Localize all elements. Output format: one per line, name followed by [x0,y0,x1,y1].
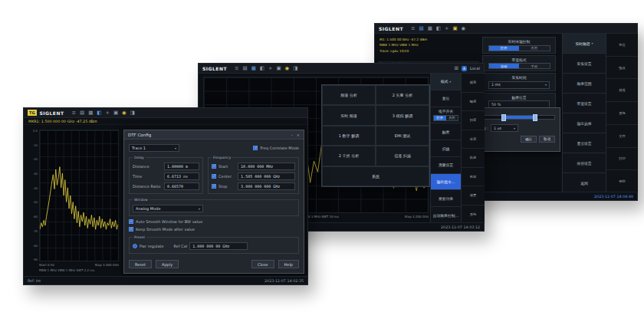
menu-item-bw[interactable]: 带宽设置 [563,94,606,113]
softkey-frequency[interactable]: 频率 [462,74,485,93]
softkey-measure[interactable]: 测量 [462,186,485,205]
add-icon[interactable]: + [445,26,449,31]
softkey-help[interactable]: 帮助 [606,170,638,193]
menu-item-back[interactable]: 返回 [563,173,606,193]
menu-item-display[interactable]: 显示设置 [563,133,606,153]
grid-layout-icon[interactable]: ⊞ [455,66,458,71]
display-icon[interactable]: ▤ [419,26,423,31]
contrast-icon[interactable]: ◧ [97,110,101,116]
menu-item-reset[interactable]: 复位 [431,90,461,107]
minimize-icon[interactable]: – [291,133,293,137]
menu-item-sweep[interactable]: 扫描 [431,140,461,157]
mode-cell-interference[interactable]: 2 干扰 分析 [322,146,376,166]
time-field[interactable]: 6.6713 ns [164,172,199,180]
softkey-trace[interactable]: 轨迹 [462,149,485,168]
apps-icon[interactable]: ▣ [276,66,281,71]
cancel-button[interactable]: 取消 [539,136,555,143]
slider-handle-left[interactable] [501,114,506,121]
menu-item-trigger[interactable]: 触发 [431,123,461,140]
softkey-system[interactable]: 系统 [606,102,638,125]
table-icon[interactable]: ▦ [251,66,256,71]
menu-item-freq-range[interactable]: 频率范围 [563,74,606,94]
hamburger-icon[interactable]: ≡ [411,26,415,31]
softkey-detect[interactable]: 检波 [462,168,485,187]
softkey-bandwidth[interactable]: 带宽 [462,130,485,150]
contrast-icon[interactable]: ◧ [436,26,441,31]
display-icon[interactable]: ▤ [242,66,247,71]
display-icon[interactable]: ▤ [80,110,84,116]
menu-item-save[interactable]: 保存设置 [563,153,606,173]
mode-cell-vector[interactable]: 2 矢量 分析 [376,85,429,105]
mode-cell-emi[interactable]: EMI 测试 [376,126,429,146]
hamburger-icon[interactable]: ≡ [72,110,76,116]
record-icon[interactable]: ◉ [285,66,290,71]
acq-time-row[interactable]: 采集时间 1 ms ▾ [482,73,556,91]
softkey-span[interactable]: 扫宽 [462,111,485,130]
apps-icon[interactable]: ▣ [452,26,457,31]
pwr-regulate-radio[interactable] [133,244,137,248]
softkey-system[interactable]: 系统 [462,205,485,225]
stop-freq-field[interactable]: 3.000 000 000 GHz [238,182,295,190]
menu-item-output-cmd[interactable]: 输出指令… [431,174,461,191]
record-icon[interactable]: ◉ [122,110,127,116]
softkey-file[interactable]: 文件 [606,125,638,148]
panel-icon[interactable]: ◨ [130,110,135,116]
reset-button[interactable]: Reset [129,260,152,268]
freq-correlate-checkbox[interactable]: ✓ [253,146,258,150]
menu-item-acq[interactable]: 采集设置 [563,54,606,74]
mode-cell-spectrum[interactable]: 频谱 分析 [322,85,376,105]
center-freq-field[interactable]: 1.505 000 000 GHz [238,172,295,180]
window-mode-select[interactable]: Analog Mode ▾ [133,205,203,212]
apps-icon[interactable]: ▣ [113,110,118,116]
mode-cell-analog-demod[interactable]: 3 模拟 解调 [376,105,429,125]
center-freq-checkbox[interactable]: ✓ [212,174,216,179]
close-button[interactable]: Close [251,260,274,268]
table-icon[interactable]: ▦ [428,26,432,31]
ref-cal-field[interactable]: 1.000 000 00 GHz [189,242,248,250]
softkey-print[interactable]: 打印 [606,148,638,171]
softkey-reset[interactable]: 复位 [606,34,638,57]
distance-field[interactable]: 1.00000 m [164,163,199,170]
mode-cell-channel-scan[interactable]: 信道 扫描 [376,146,429,166]
help-button[interactable]: Help [278,260,299,268]
softkey-preset[interactable]: 预设 [606,57,638,80]
record-icon[interactable]: ◉ [462,26,466,31]
softkey-amplitude[interactable]: 幅度 [462,93,485,112]
bw-mode-row[interactable]: 带宽模式 自动 手动 [482,55,556,72]
softkey-cal[interactable]: 校准 [606,79,638,102]
ratio-field[interactable]: 0.66570 [164,182,199,190]
menu-item-meas-setup[interactable]: 测量设置 [431,157,461,174]
start-freq-checkbox[interactable]: ✓ [212,164,216,169]
stop-freq-checkbox[interactable]: ✓ [212,184,216,189]
bw-mode-toggle[interactable]: 自动 手动 [488,63,550,69]
mode-cell-rtsa[interactable]: 实时 频谱 [322,105,376,125]
user-icon[interactable]: A [462,66,467,71]
panel-icon[interactable]: ◨ [293,66,297,71]
confirm-button[interactable]: 确认 [521,136,537,143]
rt-transfer-toggle[interactable]: 打开 关闭 [488,45,550,51]
close-icon[interactable]: × [297,133,300,137]
add-icon[interactable]: + [268,66,272,71]
add-icon[interactable]: + [105,110,109,116]
apply-button[interactable]: Apply [156,260,179,268]
contrast-icon[interactable]: ◧ [260,66,264,71]
rt-transfer-row[interactable]: 实时传输控制 打开 关闭 [482,37,556,54]
table-icon[interactable]: ▦ [88,110,93,116]
menu-item-level-switch[interactable]: 电平开关 打开 关闭 [431,107,461,124]
trace-select[interactable]: Trace 1 ▾ [129,144,179,152]
mode-cell-system[interactable]: 系统 [322,166,429,186]
menu-header-rtsa[interactable]: 实时频谱 ▾ [563,34,606,54]
slider-handle-right[interactable] [533,114,537,121]
smooth-mode-checkbox[interactable]: ✓ [129,227,133,232]
acq-time-select[interactable]: 1 ms ▾ [488,81,550,89]
smooth-window-checkbox[interactable]: ✓ [129,219,133,224]
range-slider[interactable] [483,115,555,120]
menu-item-tx-power[interactable]: 发射功率 [431,190,461,207]
hamburger-icon[interactable]: ≡ [235,66,238,71]
menu-item-output[interactable]: 输出选择 [563,113,606,133]
mode-cell-digital-demod[interactable]: 1 数字 解调 [322,126,376,146]
menu-item-afc[interactable]: 自动频率控制… [431,207,461,224]
menu-header-mode[interactable]: 模式 ▾ [431,74,461,90]
start-freq-field[interactable]: 10.000 000 MHz [238,163,295,170]
q-select[interactable]: 1 us ▾ [491,124,518,132]
